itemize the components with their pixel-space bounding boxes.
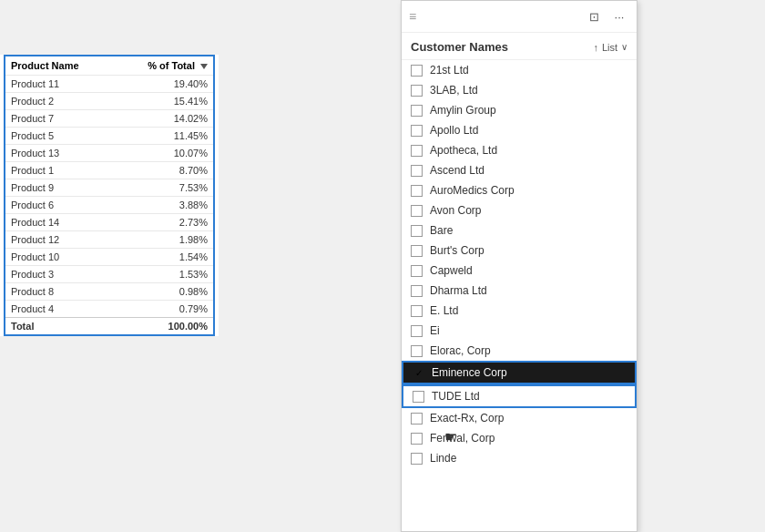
filter-item-label: 21st Ltd — [430, 64, 469, 77]
pct-cell: 0.98% — [115, 283, 213, 301]
filter-list-item[interactable]: Amylin Group — [402, 100, 637, 120]
table-row[interactable]: Product 101.54% — [5, 249, 213, 266]
total-label: Total — [5, 318, 115, 335]
filter-item-label: 3LAB, Ltd — [430, 84, 478, 97]
product-table-panel: Product Name % of Total Product 1119.40%… — [0, 55, 219, 336]
filter-list-item[interactable]: Burt's Corp — [402, 240, 637, 261]
col-header-pct[interactable]: % of Total — [115, 56, 213, 76]
product-name-cell: Product 3 — [5, 266, 115, 283]
product-name-cell: Product 8 — [5, 283, 115, 301]
filter-checkbox[interactable] — [413, 391, 424, 403]
filter-list-item[interactable]: Dharma Ltd — [402, 281, 637, 301]
filter-checkbox[interactable] — [411, 65, 423, 77]
table-row[interactable]: Product 80.98% — [5, 283, 213, 301]
filter-checkbox[interactable] — [411, 305, 423, 317]
product-name-cell: Product 13 — [5, 145, 115, 162]
filter-checkbox[interactable] — [411, 105, 423, 117]
product-name-cell: Product 11 — [5, 76, 115, 93]
list-toggle[interactable]: ↑ List ∨ — [593, 42, 627, 53]
filter-panel-header: ≡ ⊡ ··· — [402, 1, 637, 33]
product-name-cell: Product 7 — [5, 110, 115, 128]
product-name-cell: Product 14 — [5, 214, 115, 231]
chevron-down-icon: ∨ — [621, 42, 627, 52]
filter-list-item[interactable]: Apotheca, Ltd — [402, 140, 637, 160]
table-row[interactable]: Product 714.02% — [5, 110, 213, 128]
pct-cell: 0.79% — [115, 301, 213, 318]
pct-cell: 1.53% — [115, 266, 213, 283]
filter-list-item[interactable]: E. Ltd — [402, 301, 637, 321]
filter-checkbox[interactable] — [411, 145, 423, 157]
filter-title: Customer Names — [411, 40, 593, 54]
filter-checkbox[interactable] — [411, 245, 423, 257]
pct-cell: 14.02% — [115, 110, 213, 128]
filter-list-item[interactable]: Bare — [402, 220, 637, 240]
filter-checkbox[interactable] — [411, 205, 423, 217]
table-row[interactable]: Product 97.53% — [5, 179, 213, 197]
filter-checkbox[interactable] — [411, 225, 423, 237]
sort-az-icon: ↑ — [593, 42, 598, 53]
filter-item-label: Elorac, Corp — [430, 344, 491, 357]
filter-list-item[interactable]: Linde — [402, 448, 637, 468]
ellipsis-icon[interactable]: ··· — [609, 6, 629, 26]
grip-icon: ≡ — [409, 9, 418, 24]
filter-list-item[interactable]: Capweld — [402, 261, 637, 281]
filter-checkbox[interactable] — [411, 165, 423, 177]
filter-list-item[interactable]: ✓Eminence Corp — [402, 361, 637, 384]
pct-cell: 8.70% — [115, 162, 213, 179]
filter-checkbox[interactable] — [411, 433, 423, 445]
filter-checkbox[interactable] — [411, 265, 423, 277]
product-name-cell: Product 6 — [5, 197, 115, 214]
table-row[interactable]: Product 142.73% — [5, 214, 213, 231]
filter-item-label: E. Ltd — [430, 304, 458, 317]
filter-checkbox[interactable] — [411, 85, 423, 97]
filter-list-item[interactable]: Apollo Ltd — [402, 120, 637, 140]
pct-cell: 15.41% — [115, 93, 213, 110]
pct-cell: 2.73% — [115, 214, 213, 231]
pct-cell: 1.98% — [115, 231, 213, 249]
filter-item-label: Linde — [430, 452, 456, 465]
filter-checkbox[interactable] — [411, 453, 423, 465]
product-name-cell: Product 2 — [5, 93, 115, 110]
product-name-cell: Product 10 — [5, 249, 115, 266]
table-row[interactable]: Product 1119.40% — [5, 76, 213, 93]
table-row[interactable]: Product 31.53% — [5, 266, 213, 283]
filter-item-label: Burt's Corp — [430, 244, 484, 257]
pct-cell: 1.54% — [115, 249, 213, 266]
filter-list-item[interactable]: Ascend Ltd — [402, 160, 637, 180]
pct-cell: 10.07% — [115, 145, 213, 162]
table-row[interactable]: Product 215.41% — [5, 93, 213, 110]
table-row[interactable]: Product 40.79% — [5, 301, 213, 318]
filter-checkbox[interactable] — [411, 345, 423, 357]
filter-list-item[interactable]: AuroMedics Corp — [402, 180, 637, 200]
filter-list-item[interactable]: TUDE Ltd — [402, 384, 637, 408]
table-row[interactable]: Product 121.98% — [5, 231, 213, 249]
filter-list-item[interactable]: Exact-Rx, Corp — [402, 408, 637, 428]
pct-cell: 7.53% — [115, 179, 213, 197]
filter-list-item[interactable]: Elorac, Corp — [402, 341, 637, 361]
filter-checkbox[interactable]: ✓ — [413, 367, 424, 379]
filter-list-item[interactable]: Avon Corp — [402, 200, 637, 220]
table-row[interactable]: Product 1310.07% — [5, 145, 213, 162]
filter-checkbox[interactable] — [411, 413, 423, 425]
col-header-product-name[interactable]: Product Name — [5, 56, 115, 76]
filter-checkbox[interactable] — [411, 325, 423, 337]
pct-cell: 3.88% — [115, 197, 213, 214]
resize-icon[interactable]: ⊡ — [584, 6, 604, 26]
filter-item-label: Apotheca, Ltd — [430, 144, 497, 157]
filter-list-item[interactable]: 3LAB, Ltd — [402, 80, 637, 100]
filter-list-item[interactable]: Ei — [402, 321, 637, 341]
pct-cell: 19.40% — [115, 76, 213, 93]
filter-list-item[interactable]: 21st Ltd — [402, 60, 637, 80]
table-row[interactable]: Product 511.45% — [5, 128, 213, 145]
filter-item-label: Dharma Ltd — [430, 284, 487, 297]
filter-checkbox[interactable] — [411, 185, 423, 197]
table-row[interactable]: Product 63.88% — [5, 197, 213, 214]
product-name-cell: Product 9 — [5, 179, 115, 197]
filter-checkbox[interactable] — [411, 125, 423, 137]
filter-header-buttons: ⊡ ··· — [584, 6, 629, 26]
filter-item-label: Capweld — [430, 264, 473, 277]
filter-item-label: Ascend Ltd — [430, 164, 484, 177]
table-row[interactable]: Product 18.70% — [5, 162, 213, 179]
filter-checkbox[interactable] — [411, 285, 423, 297]
filter-list-item[interactable]: Fenwal, Corp — [402, 428, 637, 448]
